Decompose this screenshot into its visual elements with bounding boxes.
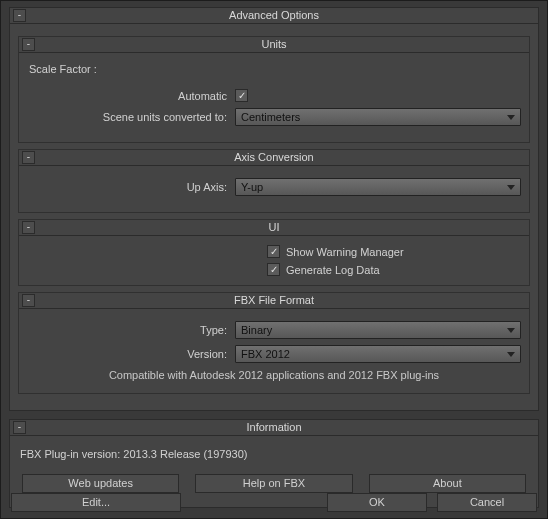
fbx-format-panel: - FBX File Format Type: Binary Version:	[18, 292, 530, 394]
scale-factor-label: Scale Factor :	[27, 59, 521, 83]
generate-log-checkbox[interactable]	[267, 263, 280, 276]
scene-units-label: Scene units converted to:	[27, 111, 235, 123]
automatic-label: Automatic	[27, 90, 235, 102]
ui-header: - UI	[19, 220, 529, 236]
version-label: Version:	[27, 348, 235, 360]
axis-title: Axis Conversion	[234, 151, 313, 163]
ok-button[interactable]: OK	[327, 493, 427, 512]
advanced-options-panel: - Advanced Options - Units Scale Factor …	[9, 7, 539, 411]
collapse-info-icon[interactable]: -	[13, 421, 26, 434]
version-value: FBX 2012	[241, 348, 290, 360]
up-axis-value: Y-up	[241, 181, 263, 193]
information-header: - Information	[10, 420, 538, 436]
units-title: Units	[261, 38, 286, 50]
scene-units-value: Centimeters	[241, 111, 300, 123]
generate-log-label: Generate Log Data	[286, 264, 380, 276]
show-warning-checkbox[interactable]	[267, 245, 280, 258]
ui-panel: - UI Show Warning Manager Generate Log D…	[18, 219, 530, 286]
up-axis-label: Up Axis:	[27, 181, 235, 193]
up-axis-select[interactable]: Y-up	[235, 178, 521, 196]
type-label: Type:	[27, 324, 235, 336]
collapse-axis-icon[interactable]: -	[22, 151, 35, 164]
compat-note: Compatible with Autodesk 2012 applicatio…	[27, 369, 521, 381]
web-updates-button[interactable]: Web updates	[22, 474, 179, 493]
axis-conversion-panel: - Axis Conversion Up Axis: Y-up	[18, 149, 530, 213]
units-panel: - Units Scale Factor : Automatic Scene u…	[18, 36, 530, 143]
scene-units-select[interactable]: Centimeters	[235, 108, 521, 126]
version-select[interactable]: FBX 2012	[235, 345, 521, 363]
dialog-button-bar: Edit... OK Cancel	[1, 493, 547, 512]
about-button[interactable]: About	[369, 474, 526, 493]
plugin-version-text: FBX Plug-in version: 2013.3 Release (197…	[18, 442, 530, 468]
type-select[interactable]: Binary	[235, 321, 521, 339]
information-title: Information	[246, 421, 301, 433]
ui-title: UI	[269, 221, 280, 233]
type-value: Binary	[241, 324, 272, 336]
help-on-fbx-button[interactable]: Help on FBX	[195, 474, 352, 493]
fbx-title: FBX File Format	[234, 294, 314, 306]
collapse-advanced-icon[interactable]: -	[13, 9, 26, 22]
collapse-ui-icon[interactable]: -	[22, 221, 35, 234]
axis-header: - Axis Conversion	[19, 150, 529, 166]
units-header: - Units	[19, 37, 529, 53]
advanced-options-title: Advanced Options	[229, 9, 319, 21]
fbx-header: - FBX File Format	[19, 293, 529, 309]
collapse-units-icon[interactable]: -	[22, 38, 35, 51]
advanced-options-header: - Advanced Options	[10, 8, 538, 24]
edit-button[interactable]: Edit...	[11, 493, 181, 512]
automatic-checkbox[interactable]	[235, 89, 248, 102]
cancel-button[interactable]: Cancel	[437, 493, 537, 512]
collapse-fbx-icon[interactable]: -	[22, 294, 35, 307]
show-warning-label: Show Warning Manager	[286, 246, 404, 258]
